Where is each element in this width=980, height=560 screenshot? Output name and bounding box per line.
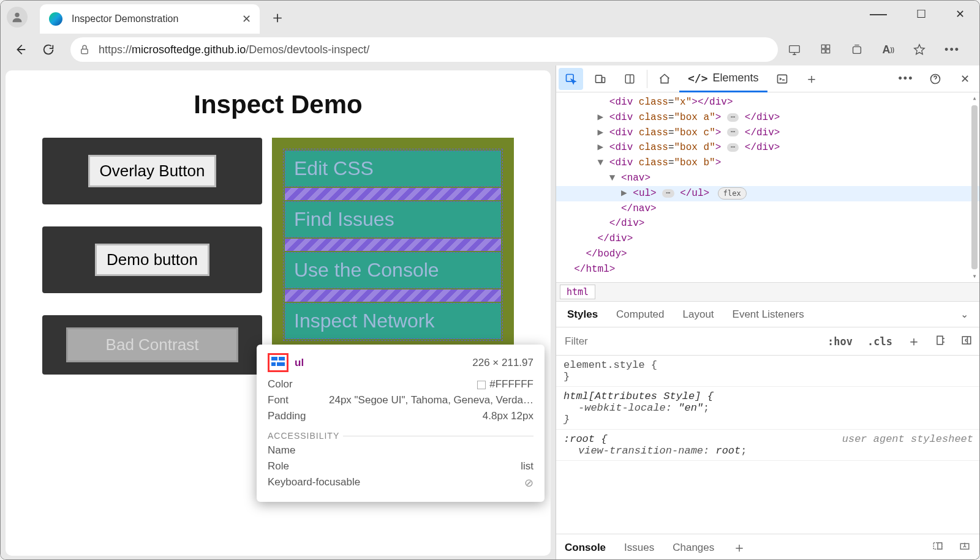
more-tools-button[interactable]: ••• [894, 68, 918, 90]
crumb-html[interactable]: html [560, 285, 595, 299]
svg-rect-8 [853, 47, 861, 53]
svg-rect-6 [822, 50, 826, 53]
not-focusable-icon: ⊘ [524, 476, 533, 490]
more-menu-icon[interactable]: ••• [944, 43, 960, 56]
new-rule-button[interactable]: ＋ [900, 332, 928, 351]
window-close-icon[interactable]: ✕ [956, 7, 965, 27]
tooltip-font-value: 24px "Segoe UI", Tahoma, Geneva, Verda… [329, 394, 533, 406]
tab-layout[interactable]: Layout [683, 308, 714, 321]
drawer-tabs: Console Issues Changes ＋ [556, 534, 979, 560]
collections-icon[interactable] [850, 43, 864, 56]
tab-event-listeners[interactable]: Event Listeners [733, 308, 804, 321]
overlay-button[interactable]: Overlay Button [88, 155, 217, 187]
maximize-icon[interactable]: ☐ [916, 7, 926, 27]
annotation-highlight [268, 353, 288, 372]
inspect-element-button[interactable] [559, 68, 583, 90]
nav-item-find-issues[interactable]: Find Issues [285, 201, 501, 237]
new-tab-button[interactable]: ＋ [799, 68, 824, 90]
panel-icon [624, 73, 635, 84]
svg-rect-23 [938, 543, 942, 550]
elements-tab-label: Elements [713, 72, 759, 84]
profile-button[interactable] [7, 7, 28, 28]
overlay-box: Overlay Button [42, 138, 262, 204]
extensions-icon[interactable] [820, 43, 832, 55]
tooltip-name-label: Name [268, 444, 295, 457]
tooltip-role-label: Role [268, 460, 289, 472]
tab-close-icon[interactable]: ✕ [242, 12, 251, 26]
flex-chip[interactable]: flex [718, 187, 747, 200]
drawer-issues[interactable]: Issues [624, 542, 654, 554]
hov-toggle[interactable]: :hov [820, 335, 860, 348]
drawer-add[interactable]: ＋ [733, 539, 746, 557]
help-icon [929, 73, 941, 85]
titlebar: Inspector Demonstration ✕ ＋ — ☐ ✕ [1, 1, 979, 34]
rule-element-style: element.style { } [556, 356, 979, 387]
computed-toggle-icon[interactable] [928, 335, 954, 348]
favorite-icon[interactable] [913, 43, 926, 56]
help-button[interactable] [923, 68, 948, 90]
desktop-icon[interactable] [788, 43, 801, 56]
flex-gap-indicator [285, 239, 501, 251]
svg-rect-12 [277, 362, 285, 366]
rule-origin: user agent stylesheet [842, 433, 973, 445]
breadcrumb[interactable]: html [556, 282, 979, 302]
edge-favicon-icon [48, 12, 63, 26]
url-bar[interactable]: https://microsoftedge.github.io/Demos/de… [70, 37, 778, 62]
svg-rect-14 [596, 75, 602, 83]
url-text: https://microsoftedge.github.io/Demos/de… [99, 43, 369, 56]
tooltip-padding-value: 4.8px 12px [483, 410, 533, 422]
svg-rect-18 [777, 75, 786, 83]
inspect-icon [565, 73, 577, 85]
drawer-dock-icon[interactable] [932, 540, 944, 554]
dom-selected-ul[interactable]: ▶ <ul> ⋯ </ul> flex [556, 186, 979, 201]
back-button[interactable] [8, 37, 32, 62]
devtools-panel: </> Elements ＋ ••• ✕ <div class="x"></di… [556, 65, 979, 560]
nav-item-use-console[interactable]: Use the Console [285, 252, 501, 288]
dom-tree[interactable]: <div class="x"></div> ▶ <div class="box … [556, 92, 979, 282]
svg-rect-7 [826, 50, 830, 53]
minimize-icon[interactable]: — [870, 4, 887, 23]
page-viewport: Inspect Demo Overlay Button Demo button … [1, 65, 556, 560]
sources-tab-button[interactable] [770, 68, 794, 90]
flex-gap-indicator [285, 188, 501, 200]
nav-item-inspect-network[interactable]: Inspect Network [285, 303, 501, 339]
flex-badge-icon [271, 357, 285, 367]
svg-rect-9 [271, 357, 277, 360]
nav-item-edit-css[interactable]: Edit CSS [285, 151, 501, 187]
device-toolbar-button[interactable] [588, 68, 612, 90]
styles-filter-input[interactable] [556, 335, 820, 348]
tooltip-padding-label: Padding [268, 410, 306, 422]
main-split: Inspect Demo Overlay Button Demo button … [1, 65, 979, 560]
new-tab-button[interactable]: ＋ [270, 7, 285, 28]
svg-rect-4 [822, 45, 826, 48]
bad-contrast-button[interactable]: Bad Contrast [66, 327, 238, 362]
cls-toggle[interactable]: .cls [860, 335, 900, 348]
elements-tab[interactable]: </> Elements [679, 65, 767, 92]
styles-rules[interactable]: element.style { } html[Attributes Style]… [556, 356, 979, 534]
tab-styles[interactable]: Styles [567, 308, 598, 321]
window-controls: — ☐ ✕ [870, 7, 979, 27]
welcome-tab-button[interactable] [652, 68, 677, 90]
dock-toggle-button[interactable] [617, 68, 642, 90]
right-column: Edit CSS Find Issues Use the Console Ins… [272, 138, 514, 375]
rule-root: user agent stylesheet :root { view-trans… [556, 430, 979, 461]
refresh-button[interactable] [36, 37, 61, 62]
tooltip-element-name: ul [295, 357, 304, 369]
tooltip-a11y-header: ACCESSIBILITY [268, 431, 533, 441]
drawer-changes[interactable]: Changes [673, 542, 714, 554]
devtools-close-button[interactable]: ✕ [952, 68, 977, 90]
drawer-console[interactable]: Console [565, 542, 606, 554]
browser-tab[interactable]: Inspector Demonstration ✕ [40, 4, 260, 34]
demo-box: Demo button [42, 226, 262, 293]
drawer-expand-icon[interactable] [959, 540, 971, 554]
chevron-down-icon[interactable]: ⌄ [960, 308, 968, 320]
nav-ul-highlight[interactable]: Edit CSS Find Issues Use the Console Ins… [283, 149, 503, 341]
dom-scrollbar[interactable]: ▴▾ [970, 92, 979, 282]
demo-button[interactable]: Demo button [95, 244, 209, 276]
terminal-icon [776, 73, 788, 85]
color-swatch-icon [477, 381, 486, 389]
tooltip-role-value: list [521, 460, 533, 472]
tab-computed[interactable]: Computed [616, 308, 664, 321]
toggle-sidebar-icon[interactable] [954, 335, 979, 348]
read-aloud-icon[interactable]: A)) [882, 43, 894, 56]
